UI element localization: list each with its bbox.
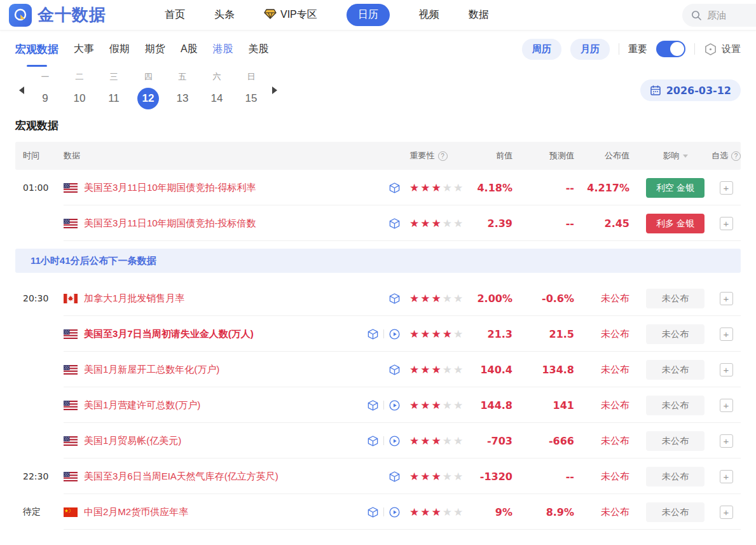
us-flag-icon: [64, 436, 78, 446]
star-empty-icon: ★: [453, 218, 463, 229]
published-value: 2.45: [575, 217, 639, 230]
tab-美股[interactable]: 美股: [249, 31, 269, 67]
event-cell: 美国至3月11日10年期国债竞拍-投标倍数: [64, 217, 356, 230]
event-name[interactable]: 美国1月营建许可总数(万户): [84, 399, 200, 411]
settings-button[interactable]: 设置: [704, 43, 741, 56]
video-play-icon[interactable]: [388, 506, 401, 518]
data-cube-icon[interactable]: [388, 364, 401, 376]
header-data: 数据: [64, 150, 356, 162]
event-cell: 美国1月贸易帐(亿美元): [64, 435, 356, 447]
day-13[interactable]: 五13: [165, 71, 200, 109]
data-cube-icon[interactable]: [367, 506, 379, 518]
favorite-cell: +: [711, 399, 741, 412]
add-favorite-button[interactable]: +: [720, 217, 733, 230]
nav-item-日历[interactable]: 日历: [347, 4, 390, 26]
event-name[interactable]: 美国1月新屋开工总数年化(万户): [84, 364, 219, 376]
help-icon[interactable]: ?: [731, 151, 741, 161]
help-icon[interactable]: ?: [438, 151, 448, 161]
settings-hexagon-icon: [704, 43, 717, 56]
star-empty-icon: ★: [453, 471, 463, 482]
star-empty-icon: ★: [453, 507, 463, 518]
event-cell: 美国至3月7日当周初请失业金人数(万人): [64, 328, 356, 340]
previous-value: -1320: [468, 471, 515, 483]
star-empty-icon: ★: [443, 183, 452, 193]
nav-item-VIP专区[interactable]: VIP专区: [264, 8, 317, 22]
star-filled-icon: ★: [432, 329, 441, 340]
next-week-button[interactable]: [268, 83, 281, 98]
event-name[interactable]: 中国2月M2货币供应年率: [84, 506, 188, 518]
forecast-value: 141: [515, 399, 575, 411]
star-filled-icon: ★: [432, 364, 441, 375]
event-name[interactable]: 美国至3月6日当周EIA天然气库存(亿立方英尺): [84, 471, 278, 483]
video-play-icon[interactable]: [388, 435, 401, 447]
nav-item-数据[interactable]: 数据: [469, 8, 489, 22]
event-name[interactable]: 美国至3月11日10年期国债竞拍-投标倍数: [84, 217, 256, 230]
event-name[interactable]: 美国至3月7日当周初请失业金人数(万人): [84, 328, 254, 340]
cn-flag-icon: [64, 507, 78, 517]
add-favorite-button[interactable]: +: [720, 506, 733, 519]
search-box[interactable]: 原油: [682, 4, 756, 27]
vip-diamond-icon: [264, 8, 277, 22]
data-cube-icon[interactable]: [367, 435, 379, 447]
day-14[interactable]: 六14: [200, 71, 234, 109]
nav-item-视频[interactable]: 视频: [419, 8, 439, 22]
weekday-label: 五: [179, 71, 187, 83]
tab-港股[interactable]: 港股: [213, 31, 233, 67]
data-cube-icon[interactable]: [388, 217, 401, 230]
star-filled-icon: ★: [420, 293, 430, 304]
forecast-value: --: [515, 217, 575, 230]
day-15[interactable]: 日15: [234, 71, 268, 109]
month-view-button[interactable]: 月历: [570, 39, 610, 60]
date-picker-value: 2026-03-12: [666, 85, 731, 97]
video-play-icon[interactable]: [388, 328, 401, 340]
add-favorite-button[interactable]: +: [720, 292, 733, 305]
date-number: 15: [240, 88, 262, 109]
header-effect[interactable]: 影响: [639, 150, 711, 162]
event-icons: [356, 506, 406, 518]
important-toggle[interactable]: [656, 41, 685, 57]
week-view-button[interactable]: 周历: [522, 39, 561, 60]
day-9[interactable]: 一9: [28, 71, 62, 109]
video-play-icon[interactable]: [388, 399, 401, 411]
add-favorite-button[interactable]: +: [720, 434, 733, 448]
add-favorite-button[interactable]: +: [720, 363, 733, 376]
event-cell: 美国1月新屋开工总数年化(万户): [64, 364, 356, 376]
jin10-logo[interactable]: 金十数据: [9, 4, 106, 27]
tab-期货[interactable]: 期货: [145, 31, 165, 67]
event-name[interactable]: 美国至3月11日10年期国债竞拍-得标利率: [84, 182, 256, 194]
published-value: 未公布: [575, 293, 639, 305]
event-name[interactable]: 加拿大1月批发销售月率: [84, 293, 184, 305]
add-favorite-button[interactable]: +: [720, 399, 733, 412]
tab-A股[interactable]: A股: [181, 31, 198, 67]
chevron-left-icon: [19, 86, 24, 94]
star-filled-icon: ★: [409, 183, 419, 193]
star-filled-icon: ★: [409, 507, 419, 518]
event-name[interactable]: 美国1月贸易帐(亿美元): [84, 435, 181, 447]
effect-badge: 未公布: [646, 360, 704, 380]
data-cube-icon[interactable]: [367, 328, 379, 340]
day-10[interactable]: 二10: [62, 71, 97, 109]
data-cube-icon[interactable]: [388, 471, 401, 483]
nav-item-首页[interactable]: 首页: [165, 8, 185, 22]
add-favorite-button[interactable]: +: [720, 470, 733, 483]
forecast-value: 134.8: [515, 364, 575, 376]
data-cube-icon[interactable]: [367, 399, 379, 411]
importance-stars: ★★★★★: [406, 436, 468, 446]
star-filled-icon: ★: [420, 364, 430, 375]
chevron-right-icon: [272, 86, 277, 94]
star-filled-icon: ★: [420, 183, 430, 193]
day-11[interactable]: 三11: [97, 71, 131, 109]
nav-item-头条[interactable]: 头条: [214, 8, 235, 22]
tab-大事[interactable]: 大事: [74, 31, 94, 67]
day-12[interactable]: 四12: [131, 71, 165, 109]
tab-宏观数据[interactable]: 宏观数据: [15, 31, 58, 68]
table-row: 20:30加拿大1月批发销售月率★★★★★2.00%-0.6%未公布未公布+: [15, 280, 741, 316]
tab-假期[interactable]: 假期: [109, 31, 130, 67]
data-cube-icon[interactable]: [388, 182, 401, 194]
add-favorite-button[interactable]: +: [720, 181, 733, 195]
prev-week-button[interactable]: [15, 83, 28, 98]
date-picker-button[interactable]: 2026-03-12: [640, 79, 741, 101]
previous-value: 144.8: [468, 399, 515, 411]
data-cube-icon[interactable]: [388, 293, 401, 305]
add-favorite-button[interactable]: +: [720, 328, 733, 341]
